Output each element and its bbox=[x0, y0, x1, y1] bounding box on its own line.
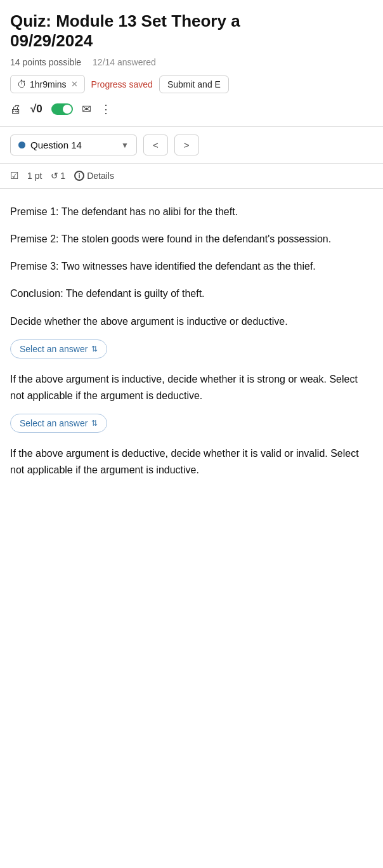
progress-status: Progress saved bbox=[91, 79, 153, 89]
submit-button[interactable]: Submit and E bbox=[159, 76, 229, 93]
toggle-container[interactable] bbox=[51, 103, 73, 115]
undo-count: 1 bbox=[60, 171, 65, 181]
clock-icon: ⏱ bbox=[17, 79, 27, 89]
icon-row: 🖨 √0 ✉ ⋮ bbox=[10, 100, 373, 119]
timer-value: 1hr9mins bbox=[30, 79, 67, 89]
print-icon[interactable]: 🖨 bbox=[10, 103, 22, 116]
prev-label: < bbox=[153, 140, 159, 150]
quiz-date: 09/29/2024 bbox=[10, 31, 93, 50]
instruction3-block: If the above argument is deductive, deci… bbox=[10, 445, 373, 478]
points-possible: 14 points possible bbox=[10, 57, 81, 67]
submit-label: Submit and E bbox=[167, 79, 221, 89]
toolbar-row: ⏱ 1hr9mins ✕ Progress saved Submit and E bbox=[10, 75, 373, 93]
premise2-text: Premise 2: The stolen goods were found i… bbox=[10, 233, 331, 244]
answered-count: 12/14 answered bbox=[93, 57, 156, 67]
check-icon: ☑ bbox=[10, 170, 18, 181]
select-answer-1-button[interactable]: Select an answer ⇅ bbox=[10, 339, 107, 358]
question-selector[interactable]: Question 14 ▼ bbox=[10, 135, 137, 155]
select-answer-2-container: Select an answer ⇅ bbox=[10, 407, 373, 445]
select-answer-1-container: Select an answer ⇅ bbox=[10, 333, 373, 371]
question-dot bbox=[18, 141, 25, 148]
timer-close-icon[interactable]: ✕ bbox=[71, 79, 78, 89]
premise1-block: Premise 1: The defendant has no alibi fo… bbox=[10, 204, 373, 220]
instruction2-block: If the above argument is inductive, deci… bbox=[10, 371, 373, 404]
select2-arrows-icon: ⇅ bbox=[91, 419, 98, 428]
question-content: Premise 1: The defendant has no alibi fo… bbox=[0, 189, 383, 494]
prev-question-button[interactable]: < bbox=[143, 135, 168, 155]
select-answer-2-button[interactable]: Select an answer ⇅ bbox=[10, 414, 107, 433]
premise3-text: Premise 3: Two witnesses have identified… bbox=[10, 261, 316, 272]
points-value: 1 pt bbox=[27, 171, 42, 181]
quiz-title: Quiz: Module 13 Set Theory a 09/29/2024 bbox=[10, 11, 373, 51]
instruction2-text: If the above argument is inductive, deci… bbox=[10, 374, 358, 401]
details-button[interactable]: i Details bbox=[74, 171, 114, 181]
undo-icon: ↺ bbox=[51, 171, 58, 181]
points-row: 14 points possible 12/14 answered bbox=[10, 57, 373, 67]
undo-button[interactable]: ↺ 1 bbox=[51, 171, 65, 181]
select1-arrows-icon: ⇅ bbox=[91, 345, 98, 353]
sqrt-label: √0 bbox=[30, 103, 42, 115]
select1-label: Select an answer bbox=[20, 344, 88, 354]
instruction1-text: Decide whether the above argument is ind… bbox=[10, 316, 288, 327]
premise1-text: Premise 1: The defendant has no alibi fo… bbox=[10, 206, 238, 217]
more-options-icon[interactable]: ⋮ bbox=[100, 102, 112, 116]
conclusion-block: Conclusion: The defendant is guilty of t… bbox=[10, 286, 373, 302]
next-label: > bbox=[184, 140, 190, 150]
toggle-switch[interactable] bbox=[51, 103, 73, 115]
quiz-title-text: Quiz: Module 13 Set Theory a bbox=[10, 11, 240, 30]
premise3-block: Premise 3: Two witnesses have identified… bbox=[10, 259, 373, 275]
chevron-down-icon: ▼ bbox=[121, 141, 129, 150]
question-label: Question 14 bbox=[30, 140, 116, 150]
sqrt-icon: √0 bbox=[30, 103, 42, 115]
mail-icon[interactable]: ✉ bbox=[82, 102, 91, 116]
question-nav: Question 14 ▼ < > bbox=[0, 127, 383, 164]
question-meta: ☑ 1 pt ↺ 1 i Details bbox=[0, 164, 383, 189]
premise2-block: Premise 2: The stolen goods were found i… bbox=[10, 232, 373, 247]
select2-label: Select an answer bbox=[20, 418, 88, 428]
header: Quiz: Module 13 Set Theory a 09/29/2024 … bbox=[0, 0, 383, 127]
details-label: Details bbox=[87, 171, 114, 181]
next-question-button[interactable]: > bbox=[174, 135, 199, 155]
conclusion-text: Conclusion: The defendant is guilty of t… bbox=[10, 288, 205, 299]
info-icon: i bbox=[74, 171, 84, 181]
timer-badge[interactable]: ⏱ 1hr9mins ✕ bbox=[10, 75, 85, 93]
instruction1-block: Decide whether the above argument is ind… bbox=[10, 313, 373, 330]
instruction3-text: If the above argument is deductive, deci… bbox=[10, 448, 359, 475]
